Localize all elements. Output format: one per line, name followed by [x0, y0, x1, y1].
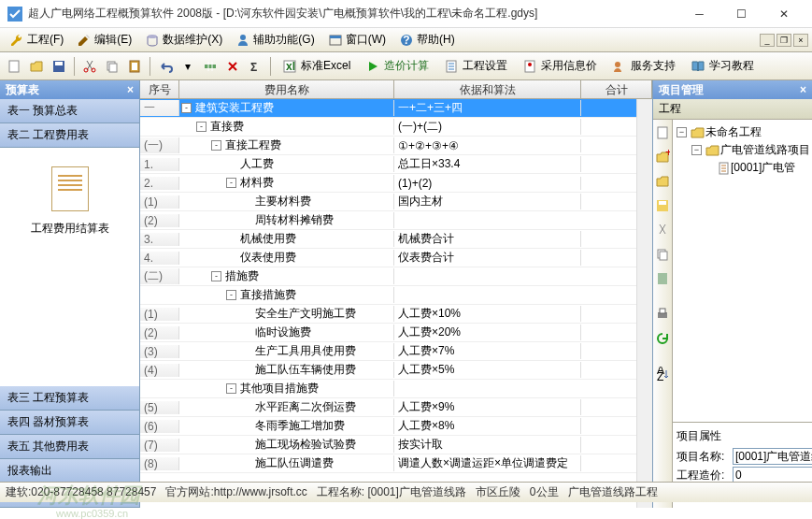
svg-point-23	[615, 62, 620, 67]
paste-button[interactable]	[124, 56, 145, 77]
table-row[interactable]: 3.机械使用费机械费合计0	[140, 230, 652, 249]
maximize-button[interactable]: ☐	[720, 1, 762, 27]
menu-help[interactable]: ? 帮助(H)	[393, 30, 461, 50]
tutorial-button[interactable]: 学习教程	[684, 55, 761, 77]
expand-icon[interactable]: −	[691, 145, 702, 155]
toolbar: ▾ Σ xl 标准Excel 造价计算 工程设置 采用信息价 服务支持 学习教程	[0, 52, 812, 80]
prop-name-input[interactable]	[733, 448, 812, 465]
menu-window[interactable]: 窗口(W)	[322, 30, 392, 50]
menu-edit[interactable]: 编辑(E)	[71, 30, 137, 50]
expand-icon[interactable]: −	[677, 127, 687, 137]
refresh-icon[interactable]	[653, 329, 672, 348]
table-row[interactable]: (8)施工队伍调遣费调遣人数×调遣运距×单位调遣费定0	[140, 454, 652, 473]
panel-close-icon[interactable]: ×	[127, 83, 134, 96]
tab-project-fee[interactable]: 表二 工程费用表	[0, 123, 139, 148]
mdi-minimize[interactable]: _	[760, 34, 775, 47]
table-row[interactable]: 一-建筑安装工程费一+二+三+四0	[140, 99, 652, 118]
new-button[interactable]	[4, 56, 24, 77]
table-row[interactable]: (2)周转材料摊销费0	[140, 211, 652, 230]
col-total[interactable]: 合计	[581, 80, 652, 98]
adopt-info-button[interactable]: 采用信息价	[516, 55, 604, 77]
app-icon	[7, 7, 22, 22]
tree-toggle-icon[interactable]: -	[196, 122, 207, 132]
save-file-icon[interactable]	[653, 196, 672, 215]
table-row[interactable]: (4)施工队伍车辆使用费人工费×5%0	[140, 361, 652, 380]
tab-report-output[interactable]: 报表输出	[0, 459, 139, 483]
service-button[interactable]: 服务支持	[605, 55, 682, 77]
right-panel: 项目管理 × 工程 + AZ −	[653, 80, 812, 508]
prop-name-label: 项目名称:	[677, 449, 729, 465]
table-row[interactable]: -直接措施费0	[140, 286, 652, 305]
calc-button[interactable]: 造价计算	[359, 55, 435, 77]
table-row[interactable]: (1)安全生产文明施工费人工费×10%0	[140, 305, 652, 324]
menu-data[interactable]: 数据维护(X)	[139, 30, 228, 50]
insert-row-button[interactable]	[200, 56, 221, 77]
copy-button[interactable]	[102, 56, 122, 77]
undo-button[interactable]	[155, 56, 176, 77]
document-icon[interactable]	[51, 166, 89, 211]
copy-file-icon[interactable]	[653, 245, 672, 264]
svg-text:?: ?	[403, 34, 409, 47]
tree-root[interactable]: − 未命名工程	[677, 123, 812, 141]
tab-material-budget[interactable]: 表四 器材预算表	[0, 411, 139, 435]
prop-cost-label: 工程造价:	[677, 468, 729, 483]
new-folder-icon[interactable]: +	[653, 148, 672, 166]
tree-toggle-icon[interactable]: -	[226, 383, 236, 394]
col-seq[interactable]: 序号	[140, 80, 179, 98]
table-row[interactable]: (5)水平距离二次倒运费人工费×9%0	[140, 398, 652, 417]
tree-toggle-icon[interactable]: -	[211, 271, 221, 281]
minimize-button[interactable]: ─	[678, 1, 720, 27]
open-folder-icon[interactable]	[653, 172, 672, 191]
save-button[interactable]	[49, 56, 69, 77]
mdi-close[interactable]: ×	[793, 34, 808, 47]
open-button[interactable]	[26, 56, 47, 77]
table-row[interactable]: (7)施工现场检验试验费按实计取0	[140, 436, 652, 454]
close-button[interactable]: ✕	[762, 1, 805, 27]
menubar: 工程(F) 编辑(E) 数据维护(X) 辅助功能(G) 窗口(W) ? 帮助(H…	[0, 28, 812, 52]
grid-body[interactable]: 一-建筑安装工程费一+二+三+四0-直接费(一)+(二)0(一)-直接工程费①+…	[140, 99, 652, 508]
table-row[interactable]: 4.仪表使用费仪表费合计0	[140, 249, 652, 267]
dropdown-icon[interactable]: ▾	[178, 56, 198, 77]
paste-file-icon[interactable]	[653, 269, 672, 288]
tab-other-fee[interactable]: 表五 其他费用表	[0, 435, 139, 459]
table-row[interactable]: (3)生产工具用具使用费人工费×7%0	[140, 342, 652, 361]
menu-project[interactable]: 工程(F)	[4, 30, 69, 50]
tree-toggle-icon[interactable]: -	[211, 140, 221, 151]
mdi-restore[interactable]: ❐	[776, 34, 791, 47]
menu-assist[interactable]: 辅助功能(G)	[230, 30, 320, 50]
sum-button[interactable]: Σ	[245, 56, 265, 77]
vertical-scrollbar[interactable]	[636, 99, 652, 508]
status-phone: 建软:020-87728458 87728457	[6, 484, 156, 500]
tree-child2[interactable]: [0001]广电管	[677, 159, 812, 177]
tab-budget-summary[interactable]: 表一 预算总表	[0, 99, 139, 123]
table-row[interactable]: (二)-措施费0	[140, 267, 652, 286]
print-icon[interactable]	[653, 305, 672, 324]
tree-toggle-icon[interactable]: -	[226, 178, 236, 188]
table-row[interactable]: (一)-直接工程费①+②+③+④0	[140, 137, 652, 155]
table-row[interactable]: -直接费(一)+(二)0	[140, 118, 652, 137]
col-basis[interactable]: 依据和算法	[394, 80, 581, 98]
table-row[interactable]: 1.人工费总工日×33.40	[140, 155, 652, 174]
delete-button[interactable]	[222, 56, 243, 77]
table-row[interactable]: (6)冬雨季施工增加费人工费×8%0	[140, 417, 652, 436]
cut-file-icon[interactable]	[653, 221, 672, 239]
svg-text:Σ: Σ	[250, 61, 257, 74]
sort-icon[interactable]: AZ	[653, 365, 672, 383]
right-panel-close-icon[interactable]: ×	[800, 83, 806, 96]
std-excel-button[interactable]: xl 标准Excel	[276, 55, 357, 77]
tree-toggle-icon[interactable]: -	[181, 103, 192, 113]
col-name[interactable]: 费用名称	[179, 80, 394, 98]
document-icon	[718, 162, 731, 175]
tab-project-budget[interactable]: 表三 工程预算表	[0, 386, 139, 411]
table-row[interactable]: -其他项目措施费0	[140, 380, 652, 398]
cut-button[interactable]	[79, 56, 100, 77]
table-row[interactable]: (1)主要材料费国内主材0	[140, 193, 652, 211]
tree-child1[interactable]: − 广电管道线路项目	[677, 141, 812, 159]
new-file-icon[interactable]	[653, 123, 672, 142]
table-row[interactable]: (2)临时设施费人工费×20%0	[140, 324, 652, 342]
proj-set-button[interactable]: 工程设置	[437, 55, 514, 77]
tree-toggle-icon[interactable]: -	[226, 290, 236, 300]
table-row[interactable]: 2.-材料费(1)+(2)0	[140, 174, 652, 193]
settings-icon	[444, 59, 459, 74]
project-tree[interactable]: − 未命名工程 − 广电管道线路项目 [0001]广电管	[673, 120, 812, 422]
